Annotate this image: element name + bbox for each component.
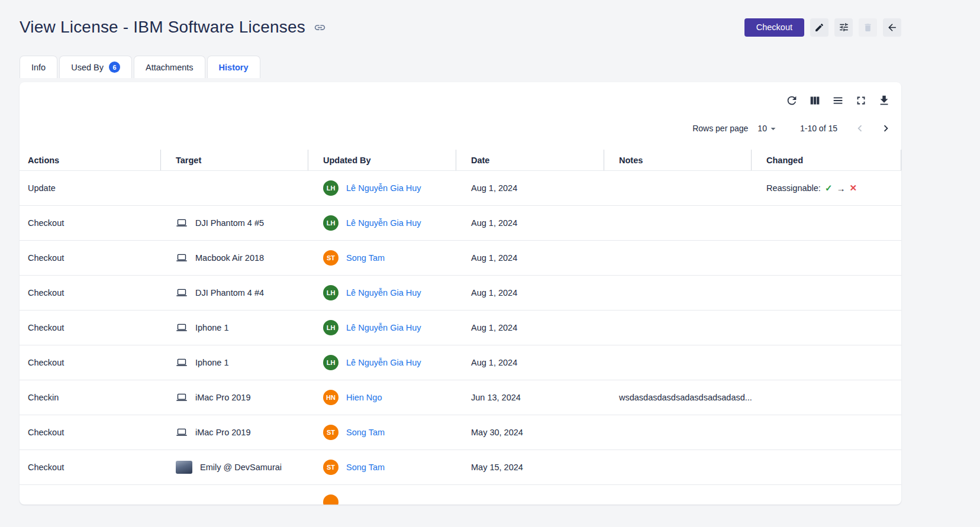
table-row: CheckoutDJI Phantom 4 #4LHLê Nguyễn Gia … (20, 276, 901, 311)
used-by-count-badge: 6 (109, 62, 120, 73)
target-label: DJI Phantom 4 #5 (195, 218, 264, 228)
title-wrap: View License - IBM Software Licenses (20, 18, 326, 37)
pagination-range: 1-10 of 15 (800, 124, 837, 133)
changed-cell: Reassignable:✓→✕ (752, 183, 901, 193)
tab-used-by[interactable]: Used By 6 (59, 56, 132, 78)
target-label: Iphone 1 (195, 358, 228, 367)
user-link[interactable]: Lê Nguyễn Gia Huy (346, 288, 421, 298)
target-cell: iMac Pro 2019 (161, 392, 308, 403)
action-cell: Checkout (20, 288, 161, 298)
date-cell: May 30, 2024 (456, 428, 604, 437)
updated-by-cell: LHLê Nguyễn Gia Huy (308, 320, 456, 335)
previous-page-button (853, 121, 867, 135)
date-cell: Aug 1, 2024 (456, 358, 604, 367)
tab-attachments[interactable]: Attachments (134, 56, 205, 78)
copy-link-icon[interactable] (314, 21, 326, 34)
target-label: Emily @ DevSamurai (200, 463, 282, 472)
avatar: LH (323, 180, 339, 196)
date-cell: Aug 1, 2024 (456, 183, 604, 193)
updated-by-cell: STSong Tam (308, 250, 456, 266)
user-link[interactable]: Song Tam (346, 463, 385, 472)
delete-button (859, 18, 877, 37)
target-cell: Emily @ DevSamurai (161, 461, 308, 474)
table-row: CheckoutIphone 1LHLê Nguyễn Gia HuyAug 1… (20, 345, 901, 380)
updated-by-cell: STSong Tam (308, 425, 456, 440)
header-actions: Checkout (744, 18, 901, 37)
page-title: View License - IBM Software Licenses (20, 18, 305, 37)
sliders-icon (839, 22, 849, 33)
download-icon[interactable] (878, 94, 891, 107)
table-row: CheckoutiMac Pro 2019STSong TamMay 30, 2… (20, 415, 901, 450)
action-cell: Checkin (20, 393, 161, 402)
user-link[interactable]: Lê Nguyễn Gia Huy (346, 218, 421, 228)
user-link[interactable]: Lê Nguyễn Gia Huy (346, 183, 421, 193)
tab-history-label: History (219, 63, 249, 72)
user-link[interactable]: Hien Ngo (346, 393, 382, 402)
target-label: Iphone 1 (195, 323, 228, 332)
checkout-button[interactable]: Checkout (744, 18, 804, 37)
action-cell: Update (20, 183, 161, 193)
tab-info[interactable]: Info (20, 56, 57, 78)
fullscreen-icon[interactable] (855, 94, 868, 107)
table-row: CheckoutEmily @ DevSamuraiSTSong TamMay … (20, 450, 901, 485)
notes-cell: wsdasdasdasdsadasdsadsadasd... (604, 393, 752, 402)
user-link[interactable]: Song Tam (346, 253, 385, 263)
page-header: View License - IBM Software Licenses Che… (20, 18, 901, 37)
avatar: LH (323, 215, 339, 231)
x-icon: ✕ (849, 183, 857, 193)
date-cell: Aug 1, 2024 (456, 218, 604, 228)
laptop-icon (176, 217, 188, 229)
table-body: UpdateLHLê Nguyễn Gia HuyAug 1, 2024Reas… (20, 171, 901, 505)
action-cell: Checkout (20, 358, 161, 367)
table-toolbar (20, 82, 901, 107)
avatar: LH (323, 355, 339, 370)
tab-attachments-label: Attachments (146, 63, 194, 72)
target-label: iMac Pro 2019 (195, 428, 251, 437)
avatar: ST (323, 460, 339, 475)
edit-button[interactable] (810, 18, 829, 37)
target-cell: DJI Phantom 4 #5 (161, 217, 308, 229)
date-cell: Jun 13, 2024 (456, 393, 604, 402)
avatar: HN (323, 390, 339, 405)
pencil-icon (814, 22, 824, 33)
rows-per-page-label: Rows per page (692, 124, 748, 133)
target-cell: Iphone 1 (161, 322, 308, 334)
updated-by-cell: STSong Tam (308, 460, 456, 475)
table-row: CheckoutIphone 1LHLê Nguyễn Gia HuyAug 1… (20, 311, 901, 345)
columns-icon[interactable] (808, 94, 821, 107)
column-header-actions: Actions (20, 150, 161, 170)
table-row (20, 485, 901, 505)
laptop-icon (176, 392, 188, 403)
target-label: iMac Pro 2019 (195, 393, 251, 402)
target-label: DJI Phantom 4 #4 (195, 288, 264, 298)
rows-per-page-value: 10 (757, 124, 767, 133)
table-row: CheckoutMacbook Air 2018STSong TamAug 1,… (20, 241, 901, 276)
column-header-date: Date (456, 150, 604, 170)
rows-per-page-select[interactable]: 10 (757, 123, 779, 134)
tab-history[interactable]: History (207, 56, 260, 78)
refresh-icon[interactable] (785, 94, 798, 107)
date-cell: Aug 1, 2024 (456, 288, 604, 298)
chevron-down-icon (768, 123, 779, 134)
action-cell: Checkout (20, 253, 161, 263)
history-panel: Rows per page 10 1-10 of 15 ActionsTarge… (20, 82, 901, 505)
table-header-row: ActionsTargetUpdated ByDateNotesChanged (20, 150, 901, 171)
user-link[interactable]: Lê Nguyễn Gia Huy (346, 323, 421, 332)
user-link[interactable]: Song Tam (346, 428, 385, 437)
target-cell: DJI Phantom 4 #4 (161, 287, 308, 299)
laptop-icon (176, 322, 188, 334)
user-link[interactable]: Lê Nguyễn Gia Huy (346, 358, 421, 367)
action-cell: Checkout (20, 218, 161, 228)
density-icon[interactable] (831, 94, 844, 107)
settings-button[interactable] (834, 18, 853, 37)
date-cell: Aug 1, 2024 (456, 253, 604, 263)
target-photo (176, 461, 192, 474)
back-button[interactable] (883, 18, 901, 37)
column-header-target: Target (161, 150, 308, 170)
tab-info-label: Info (31, 63, 46, 72)
pagination: Rows per page 10 1-10 of 15 (20, 107, 901, 150)
target-cell: Iphone 1 (161, 357, 308, 368)
next-page-button[interactable] (879, 121, 893, 135)
avatar: LH (323, 285, 339, 300)
laptop-icon (176, 357, 188, 368)
